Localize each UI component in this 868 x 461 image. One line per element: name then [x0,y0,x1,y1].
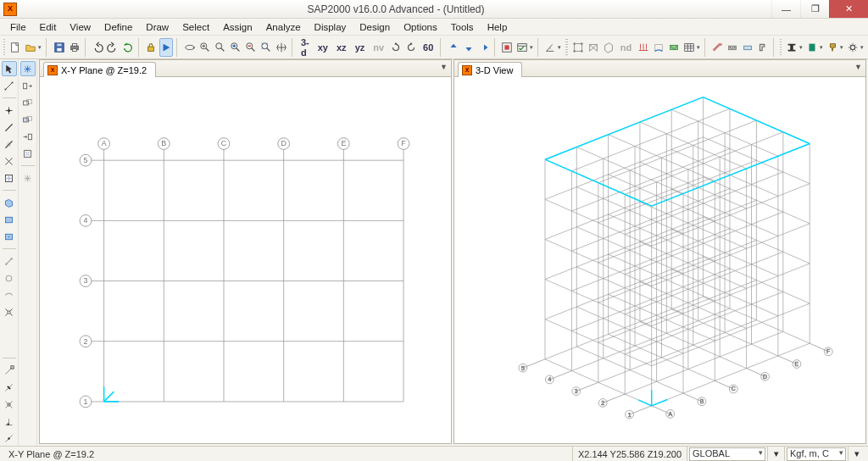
plan-view-canvas[interactable]: ABCDEF 54321 [40,77,451,443]
rotate-ccw-button[interactable] [404,38,418,57]
view-xy-button[interactable]: xy [314,38,331,57]
show-forces-button[interactable] [667,38,681,57]
view-nv-button[interactable]: nv [370,38,387,57]
tables-button[interactable] [682,38,701,57]
open-file-button[interactable] [24,38,42,57]
snap-midpoint-tool[interactable] [2,380,17,395]
menu-display[interactable]: Display [308,20,353,34]
snap-endpoint-tool[interactable] [2,363,17,378]
toolbar-grip-3[interactable] [780,39,782,56]
snap-intersection-tool[interactable] [2,397,17,412]
rotate-cw-button[interactable] [389,38,403,57]
quick-draw-secondary-tool[interactable] [2,170,17,186]
zoom-extents-button[interactable] [259,38,273,57]
save-button[interactable] [53,38,66,57]
draw-section-cut-tool[interactable] [2,304,17,319]
zoom-window-button[interactable] [198,38,212,57]
view-3d-button[interactable]: 3-d [298,38,313,57]
three-d-view-canvas[interactable]: ABCDEF12345 [454,77,865,443]
refresh-button[interactable] [121,38,135,57]
draw-special-joint-tool[interactable] [2,103,17,118]
print-button[interactable] [68,38,81,57]
status-dropdown-1[interactable]: ▾ [767,447,784,461]
plan-view-dropdown[interactable]: ▼ [440,63,448,71]
rotate-3d-button[interactable] [183,38,197,57]
show-deformed-button[interactable] [652,38,665,57]
angle-measure-button[interactable]: ° [543,38,562,57]
new-file-button[interactable] [8,38,22,57]
select-intersecting-2-tool[interactable] [20,112,36,127]
redo-button[interactable] [106,38,120,57]
three-d-view-tab[interactable]: X 3-D View [458,62,522,77]
menu-tools[interactable]: Tools [444,20,481,34]
select-all-tool[interactable] [20,61,36,76]
maximize-button[interactable]: ❐ [800,0,829,18]
minimize-button[interactable]: — [771,0,800,18]
menu-options[interactable]: Options [397,20,444,34]
i-section-button[interactable] [785,38,804,57]
toolbar-grip-2[interactable] [565,39,567,56]
quick-draw-area-tool[interactable] [2,229,17,244]
zoom-in-button[interactable] [229,38,242,57]
coord-system-select[interactable]: GLOBAL [689,447,765,461]
set-display-options-button[interactable] [515,38,534,57]
draw-link-3-tool[interactable] [2,287,17,303]
select-prev-tool[interactable] [20,78,36,93]
draw-frame-tool[interactable] [2,119,17,135]
design-steel-button[interactable] [710,38,724,57]
show-joints-button[interactable] [571,38,585,57]
close-button[interactable]: ✕ [829,0,868,18]
shrink-toggle-button[interactable] [500,38,514,57]
menu-edit[interactable]: Edit [33,20,64,34]
move-down-button[interactable] [462,38,476,57]
select-intersecting-tool[interactable] [20,95,36,110]
named-display-button[interactable]: nd [617,38,635,57]
rect-section-button[interactable] [805,38,824,57]
design-concrete-button[interactable] [726,38,739,57]
run-analysis-button[interactable] [159,38,173,57]
zoom-restore-button[interactable] [214,38,227,57]
draw-link-1-tool[interactable] [2,253,17,269]
plan-view-tab[interactable]: X X-Y Plane @ Z=19.2 [43,62,156,77]
move-up-button[interactable] [447,38,460,57]
select-coord-tool[interactable] [20,146,36,161]
draw-poly-area-tool[interactable] [2,195,17,210]
snap-perpendicular-tool[interactable] [2,414,17,429]
three-d-view-dropdown[interactable]: ▼ [854,63,862,71]
menu-design[interactable]: Design [353,20,397,34]
menu-define[interactable]: Define [97,20,139,34]
view-xz-button[interactable]: xz [333,38,350,57]
quick-draw-brace-tool[interactable] [2,153,17,169]
draw-link-2-tool[interactable] [2,270,17,286]
pointer-tool[interactable] [2,61,17,76]
show-frames-button[interactable] [587,38,600,57]
show-loads-button[interactable] [637,38,650,57]
options-gear-button[interactable] [846,38,865,57]
menu-analyze[interactable]: Analyze [259,20,308,34]
design-coldformed-button[interactable] [756,38,770,57]
select-line-tool[interactable] [20,129,36,144]
design-aluminum-button[interactable] [741,38,754,57]
move-right-button[interactable] [477,38,491,57]
zoom-out-button[interactable] [244,38,258,57]
view-yz-button[interactable]: yz [352,38,369,57]
status-dropdown-2[interactable]: ▾ [848,447,865,461]
pan-button[interactable] [275,38,288,57]
paint-button[interactable] [826,38,844,57]
menu-view[interactable]: View [63,20,97,34]
menu-file[interactable]: File [3,20,33,34]
menu-assign[interactable]: Assign [216,20,259,34]
deselect-all-tool[interactable] [20,170,36,186]
lock-button[interactable] [144,38,158,57]
undo-button[interactable] [91,38,104,57]
units-select[interactable]: Kgf, m, C [787,447,846,461]
draw-rect-area-tool[interactable] [2,212,17,227]
view-60-button[interactable]: 60 [420,38,437,57]
reshape-tool[interactable] [2,78,17,93]
menu-select[interactable]: Select [175,20,216,34]
menu-draw[interactable]: Draw [139,20,175,34]
menu-help[interactable]: Help [481,20,515,34]
toolbar-grip[interactable] [3,39,5,56]
show-shells-button[interactable] [602,38,615,57]
quick-draw-frame-tool[interactable] [2,136,17,152]
